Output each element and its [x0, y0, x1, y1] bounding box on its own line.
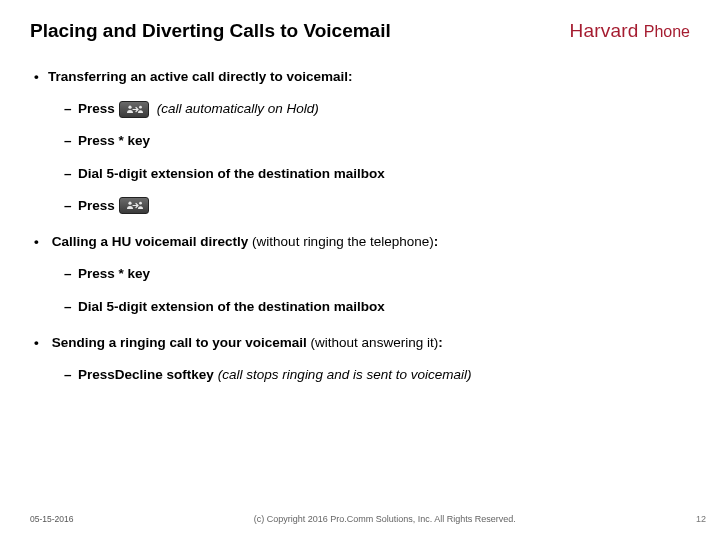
- bullet-transfer: Transferring an active call directly to …: [30, 68, 690, 86]
- b2-pre: Calling a HU voicemail directly: [52, 234, 249, 249]
- brand-word1: Harvard: [569, 20, 638, 41]
- hold-note: (call automatically on Hold): [157, 100, 319, 118]
- transfer-key-icon-2: [119, 197, 149, 214]
- bullet-calling-direct: Calling a HU voicemail directly (without…: [30, 233, 690, 251]
- subbullet-press-star-1: Press * key: [30, 132, 690, 150]
- b3-pre: Sending a ringing call to your voicemail: [52, 335, 307, 350]
- svg-point-3: [139, 202, 142, 205]
- brand-logo: Harvard Phone: [569, 20, 690, 42]
- slide-footer: 05-15-2016 (c) Copyright 2016 Pro.Comm S…: [0, 514, 720, 524]
- slide-header: Placing and Diverting Calls to Voicemail…: [0, 0, 720, 42]
- slide-title: Placing and Diverting Calls to Voicemail: [30, 20, 391, 42]
- brand-word2: Phone: [644, 23, 690, 40]
- b3a-bold: Decline softkey: [115, 366, 214, 384]
- subbullet-decline: Press Decline softkey (call stops ringin…: [30, 366, 690, 384]
- b2-colon: :: [434, 234, 439, 249]
- transfer-key-icon: [119, 101, 149, 118]
- bullet-sending-ringing: Sending a ringing call to your voicemail…: [30, 334, 690, 352]
- svg-point-1: [139, 106, 142, 109]
- footer-page-number: 12: [696, 514, 706, 524]
- slide-body: Transferring an active call directly to …: [0, 42, 720, 384]
- subbullet-dial-ext-1: Dial 5-digit extension of the destinatio…: [30, 165, 690, 183]
- svg-point-0: [128, 105, 131, 108]
- footer-copyright: (c) Copyright 2016 Pro.Comm Solutions, I…: [73, 514, 696, 524]
- b3-colon: :: [438, 335, 443, 350]
- b3-note: (without answering it): [311, 335, 439, 350]
- subbullet-dial-ext-2: Dial 5-digit extension of the destinatio…: [30, 298, 690, 316]
- subbullet-press-transfer-2: Press: [30, 197, 690, 215]
- svg-point-2: [128, 202, 131, 205]
- footer-date: 05-15-2016: [30, 514, 73, 524]
- b2-note: (without ringing the telephone): [252, 234, 434, 249]
- b3a-note: (call stops ringing and is sent to voice…: [218, 366, 472, 384]
- b3a-pre: Press: [78, 366, 115, 384]
- subbullet-press-star-2: Press * key: [30, 265, 690, 283]
- press-label-2: Press: [78, 197, 115, 215]
- press-label: Press: [78, 100, 115, 118]
- subbullet-press-transfer-1: Press (call automatically on Hold): [30, 100, 690, 118]
